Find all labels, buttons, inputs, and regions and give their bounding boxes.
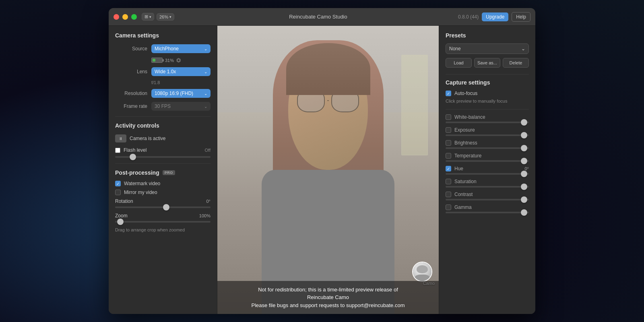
drag-hint: Drag to arrange crop when zoomed (115, 227, 211, 232)
rotation-label: Rotation (115, 198, 133, 204)
preview-area[interactable]: Camo Not for redistribution; this is a t… (217, 26, 439, 314)
help-button[interactable]: Help (512, 12, 530, 22)
hue-checkbox[interactable] (446, 166, 451, 171)
watermark-checkbox[interactable] (115, 181, 121, 186)
autofocus-label: Auto-focus (454, 91, 477, 96)
autofocus-row: Auto-focus (446, 91, 529, 96)
flash-level-checkbox[interactable] (115, 148, 120, 153)
load-button[interactable]: Load (446, 58, 472, 68)
white-balance-thumb[interactable] (521, 119, 527, 126)
rotation-slider-thumb[interactable] (163, 204, 169, 211)
titlebar-actions: 0.8.0 (44) Upgrade Help (458, 12, 530, 22)
zoom-val: 100% (199, 213, 211, 218)
resolution-label: Resolution (115, 91, 147, 96)
zoom-slider-track (115, 221, 211, 223)
temperature-label: Temperature (454, 153, 529, 159)
source-row: Source MichPhone ⌄ (115, 44, 211, 53)
window-controls: ⊞ ▾ 26% ▾ (142, 13, 174, 21)
delete-button[interactable]: Delete (503, 58, 529, 68)
preview-watermark: Not for redistribution; this is a time-l… (217, 281, 439, 314)
autofocus-hint: Click preview to manually focus (446, 99, 529, 103)
layout-btn[interactable]: ⊞ ▾ (142, 13, 154, 21)
brightness-row: Brightness (446, 140, 529, 146)
brightness-checkbox[interactable] (446, 140, 451, 146)
gamma-checkbox[interactable] (446, 204, 451, 210)
app-window: ⊞ ▾ 26% ▾ Reincubate Camo Studio 0.8.0 (… (109, 8, 535, 314)
watermark-label: Watermark video (124, 181, 160, 186)
chevron-down-icon: ⌄ (204, 91, 207, 96)
close-button[interactable] (114, 14, 119, 20)
saturation-label: Saturation (454, 179, 529, 184)
mirror-checkbox[interactable] (115, 190, 121, 195)
exposure-thumb[interactable] (521, 132, 527, 138)
temperature-row: Temperature (446, 153, 529, 159)
minimize-button[interactable] (122, 14, 128, 20)
f-number: f/1.8 (151, 80, 211, 85)
autofocus-checkbox[interactable] (446, 91, 451, 96)
battery-percent: 31% (165, 58, 174, 63)
battery-icon (151, 58, 163, 63)
lens-label: Lens (115, 69, 147, 74)
battery-row: 31% ⏣ (151, 57, 211, 63)
maximize-button[interactable] (131, 14, 137, 20)
rotation-row: Rotation 0° (115, 198, 211, 204)
saturation-checkbox[interactable] (446, 179, 451, 184)
person-hair (286, 43, 370, 95)
source-select[interactable]: MichPhone ⌄ (151, 44, 211, 53)
divider-presets (446, 74, 529, 74)
exposure-label: Exposure (454, 127, 529, 133)
battery-tip (163, 59, 164, 62)
brightness-label: Brightness (454, 140, 529, 146)
white-balance-checkbox[interactable] (446, 114, 451, 120)
hue-val: 0° (524, 166, 529, 171)
zoom-btn[interactable]: 26% ▾ (157, 13, 174, 21)
gamma-slider (446, 212, 529, 213)
hue-label: Hue (454, 166, 521, 171)
mirror-row: Mirror my video (115, 190, 211, 195)
camera-active-row: ⏸ Camera is active (115, 134, 211, 142)
saturation-thumb[interactable] (521, 184, 527, 190)
temperature-thumb[interactable] (521, 158, 527, 164)
white-balance-row: White-balance (446, 114, 529, 120)
post-processing-title: Post-processing (115, 169, 159, 176)
contrast-thumb[interactable] (521, 196, 527, 203)
zoom-slider-thumb[interactable] (117, 219, 124, 225)
upgrade-button[interactable]: Upgrade (482, 12, 508, 21)
flash-off-label: Off (205, 148, 211, 153)
lens-select[interactable]: Wide 1.0x ⌄ (151, 67, 211, 76)
lens-value: Wide 1.0x (155, 69, 176, 74)
frame-rate-select[interactable]: 30 FPS ⌄ (151, 102, 211, 111)
camera-view: Camo Not for redistribution; this is a t… (217, 26, 439, 314)
presets-select[interactable]: None ⌄ (446, 43, 529, 54)
titlebar: ⊞ ▾ 26% ▾ Reincubate Camo Studio 0.8.0 (… (109, 8, 535, 26)
contrast-label: Contrast (454, 192, 529, 197)
save-as-button[interactable]: Save as... (474, 58, 500, 68)
camo-avatar (412, 262, 432, 282)
traffic-lights (114, 14, 137, 20)
temperature-checkbox[interactable] (446, 153, 451, 159)
chevron-down-icon: ⌄ (204, 104, 207, 109)
pause-button[interactable]: ⏸ (115, 134, 126, 142)
contrast-checkbox[interactable] (446, 192, 451, 197)
zoom-row: Zoom 100% (115, 213, 211, 219)
chevron-down-icon: ⌄ (204, 70, 207, 74)
brightness-thumb[interactable] (521, 145, 527, 151)
source-value: MichPhone (155, 46, 179, 52)
battery-fill (153, 59, 155, 62)
hue-row: Hue 0° (446, 166, 529, 171)
version-text: 0.8.0 (44) (458, 14, 479, 20)
rotation-slider-track (115, 206, 211, 208)
hue-thumb[interactable] (521, 171, 527, 177)
exposure-slider (446, 134, 529, 136)
flash-slider-track (115, 156, 211, 158)
post-processing-row: Post-processing PRO (115, 169, 211, 176)
gamma-label: Gamma (454, 204, 529, 210)
flash-slider-thumb[interactable] (130, 154, 136, 160)
saturation-slider (446, 186, 529, 188)
watermark-text: Not for redistribution; this is a time-l… (222, 286, 434, 310)
flash-level-row: Flash level Off (115, 147, 211, 153)
resolution-select[interactable]: 1080p 16:9 (FHD) ⌄ (151, 89, 211, 98)
frame-rate-value: 30 FPS (155, 103, 171, 109)
exposure-checkbox[interactable] (446, 127, 451, 133)
gamma-thumb[interactable] (521, 209, 527, 216)
